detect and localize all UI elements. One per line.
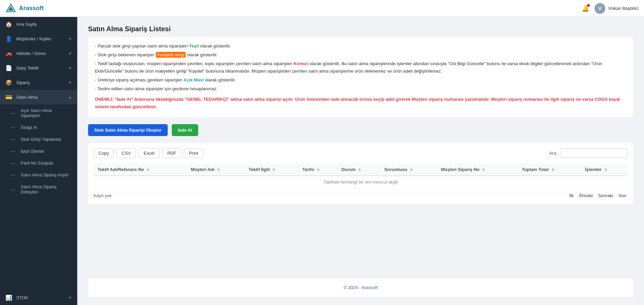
chevron-down-icon: ▼: [68, 37, 72, 41]
info-line-3: - Teklif taslağı oluşturulan, müşteri si…: [95, 60, 626, 75]
sort-icon[interactable]: ⇅: [317, 168, 319, 172]
info-line-1: - Parçalı stok girişi yapılan satın alma…: [95, 42, 626, 50]
orders-table: Teklif Adı/Referans No ⇅ Müşteri Adı ⇅ T…: [94, 164, 628, 188]
chevron-down-icon: ▲: [68, 95, 72, 99]
sidebar-sub-item-label: İptal Olanlar: [21, 149, 44, 154]
chevron-down-icon: ▼: [68, 81, 72, 84]
chevron-down-icon: ▼: [68, 52, 72, 55]
search-input[interactable]: [560, 149, 628, 158]
iade-al-button[interactable]: İade Al: [172, 124, 198, 136]
sidebar-item-stoga-al[interactable]: — Stoğa Al: [0, 121, 77, 133]
pagination-next[interactable]: Sonraki: [597, 192, 615, 199]
col-islemler: İşlemler ⇅: [581, 164, 628, 176]
home-icon: 🏠: [5, 21, 12, 27]
task-icon: 🚗: [5, 50, 12, 57]
sidebar-item-label: Müşteriler / Kişiler: [16, 36, 64, 41]
sidebar-item-label: Satın Alma: [16, 95, 64, 100]
table-footer: Kayıt yok İlk Önceki Sonraki Son: [94, 192, 628, 199]
col-toplam-tutar: Toplam Tutar ⇅: [518, 164, 581, 176]
sidebar-item-stok[interactable]: 📊 STOK ▼: [0, 290, 77, 305]
pagination-last[interactable]: Son: [617, 192, 628, 199]
purchase-icon: 💳: [5, 94, 12, 100]
sidebar-item-satin-alma[interactable]: 💳 Satın Alma ▲: [0, 90, 77, 104]
excel-button[interactable]: Excel: [139, 148, 160, 158]
sidebar-item-parti-no[interactable]: — Parti No Sorgula: [0, 157, 77, 169]
no-records-text: Kayıt yok: [94, 193, 111, 198]
logo-text: Arassoft: [19, 5, 44, 12]
csv-button[interactable]: CSV: [117, 148, 136, 158]
page-footer: © 2024 - Arassoft: [88, 278, 633, 297]
chevron-down-icon: ▼: [68, 296, 72, 300]
bell-icon[interactable]: 🔔: [582, 5, 589, 12]
dash-icon: —: [11, 137, 15, 142]
table-row-empty: Tabloda herhangi bir veri mevcut değil: [94, 176, 628, 188]
info-section: - Parçalı stok girişi yapılan satın alma…: [88, 37, 633, 117]
sidebar-item-satin-alma-arsiv[interactable]: — Satın Alma Sipariş Arşivi: [0, 169, 77, 181]
pagination: İlk Önceki Sonraki Son: [568, 192, 628, 199]
sidebar-item-label: Aktivite / Görev: [16, 51, 64, 56]
person-icon: 👤: [5, 36, 12, 42]
dash-icon: —: [11, 172, 15, 177]
sidebar-item-satis-teklifi[interactable]: 📄 Satış Teklifi ▼: [0, 61, 77, 75]
sidebar-sub-item-label: Açık Satın Alma Siparişleri: [21, 108, 72, 118]
sort-icon[interactable]: ⇅: [272, 168, 275, 172]
create-order-button[interactable]: Stok Satın Alma Siparişi Oluştur: [88, 124, 168, 136]
action-buttons: Stok Satın Alma Siparişi Oluştur İade Al: [88, 124, 633, 136]
sidebar-item-musteriler[interactable]: 👤 Müşteriler / Kişiler ▼: [0, 32, 77, 46]
layout: 🏠 Ana Sayfa 👤 Müşteriler / Kişiler ▼ 🚗 A…: [0, 17, 644, 305]
col-tarihi: Tarihi ⇅: [298, 164, 337, 176]
sort-icon[interactable]: ⇅: [358, 168, 361, 172]
logo[interactable]: Arassoft: [5, 3, 44, 14]
username: Volkan Başbilici: [608, 6, 639, 11]
sidebar: 🏠 Ana Sayfa 👤 Müşteriler / Kişiler ▼ 🚗 A…: [0, 17, 77, 305]
right-side: 🔔 V Volkan Başbilici: [582, 3, 639, 14]
sidebar-item-aktivite[interactable]: 🚗 Aktivite / Görev ▼: [0, 46, 77, 61]
sidebar-sub-item-label: Satın Alma Sipariş Detayları: [21, 184, 72, 194]
col-sorumlusu: Sorumlusu ⇅: [380, 164, 437, 176]
user-info[interactable]: V Volkan Başbilici: [595, 3, 639, 14]
sort-icon[interactable]: ⇅: [482, 168, 485, 172]
sidebar-sub-item-label: Parti No Sorgula: [21, 160, 53, 166]
sidebar-item-siparis[interactable]: 📦 Sipariş ▼: [0, 75, 77, 90]
pagination-first[interactable]: İlk: [568, 192, 575, 199]
sidebar-item-acik-satin-alma[interactable]: — Açık Satın Alma Siparişleri: [0, 104, 77, 121]
sort-icon[interactable]: ⇅: [604, 168, 607, 172]
table-section: Copy CSV Excel PDF Print Ara: Teklif Adı…: [88, 143, 633, 204]
sidebar-sub-item-label: Stoğa Al: [21, 125, 37, 130]
sort-icon[interactable]: ⇅: [410, 168, 413, 172]
page-title: Satın Alma Sipariş Listesi: [88, 25, 633, 33]
sort-icon[interactable]: ⇅: [217, 168, 220, 172]
sidebar-item-ana-sayfa[interactable]: 🏠 Ana Sayfa: [0, 17, 77, 32]
footer-link[interactable]: Arassoft: [361, 285, 378, 290]
copy-button[interactable]: Copy: [94, 148, 114, 158]
sort-icon[interactable]: ⇅: [147, 168, 149, 172]
sort-icon[interactable]: ⇅: [552, 168, 554, 172]
text-green: Yeşil: [189, 43, 199, 49]
col-referans: Teklif Adı/Referans No ⇅: [94, 164, 187, 176]
sidebar-sub-item-label: Stok Girişi Yapılanlar: [21, 137, 61, 142]
avatar: V: [595, 3, 605, 14]
col-musteri-adi: Müşteri Adı ⇅: [187, 164, 245, 176]
empty-message: Tabloda herhangi bir veri mevcut değil: [94, 176, 628, 188]
info-line-2: - Stok girişi beklenen siparişler Portak…: [95, 51, 626, 59]
stock-icon: 📊: [5, 294, 12, 301]
dash-icon: —: [11, 125, 15, 130]
top-navbar: Arassoft 🔔 V Volkan Başbilici: [0, 0, 644, 17]
sidebar-item-satin-alma-detay[interactable]: — Satın Alma Sipariş Detayları: [0, 181, 77, 198]
col-durum: Durum ⇅: [337, 164, 380, 176]
sidebar-item-stok-girisi[interactable]: — Stok Girişi Yapılanlar: [0, 133, 77, 145]
print-button[interactable]: Print: [184, 148, 203, 158]
dash-icon: —: [11, 111, 15, 116]
chevron-down-icon: ▼: [68, 66, 72, 70]
sidebar-item-iptal-olanlar[interactable]: — İptal Olanlar: [0, 145, 77, 157]
text-lightblue: Açık Mavi: [184, 77, 204, 82]
pdf-button[interactable]: PDF: [162, 148, 181, 158]
sidebar-item-label: STOK: [16, 295, 64, 300]
sidebar-item-label: Ana Sayfa: [16, 22, 72, 27]
info-line-5: - Teslim edilen satın alma siparişler iç…: [95, 85, 626, 93]
important-text: ÖNEMLİ: "İade Al" butonuna tıkladığınızd…: [95, 96, 626, 111]
footer-text: © 2024 -: [344, 285, 361, 290]
sidebar-sub-item-label: Satın Alma Sipariş Arşivi: [21, 172, 68, 177]
pagination-prev[interactable]: Önceki: [578, 192, 594, 199]
col-musteri-siparis-no: Müşteri Sipariş No ⇅: [437, 164, 518, 176]
